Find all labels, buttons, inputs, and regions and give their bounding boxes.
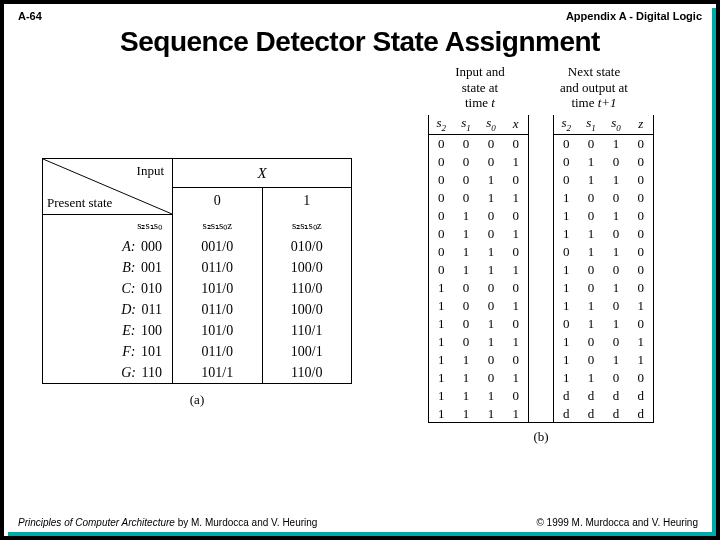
table-row: 10100110 xyxy=(429,315,654,333)
col-header: s0 xyxy=(479,115,504,135)
page-title: Sequence Detector State Assignment xyxy=(4,26,716,58)
table-row: 01100110 xyxy=(429,243,654,261)
page-number: A-64 xyxy=(18,10,42,22)
footer: Principles of Computer Architecture by M… xyxy=(18,517,698,528)
state-cell: D: 011 xyxy=(43,300,173,321)
col-header: z xyxy=(629,115,654,135)
table-row: 11001011 xyxy=(429,351,654,369)
caption-a: (a) xyxy=(42,392,352,408)
table-row: 00010100 xyxy=(429,153,654,171)
table-row: 01111000 xyxy=(429,261,654,279)
cell-c1: 110/1 xyxy=(262,321,352,342)
cell-c1: 100/1 xyxy=(262,342,352,363)
section-label: Appendix A - Digital Logic xyxy=(566,10,702,22)
col-header: s1 xyxy=(579,115,604,135)
cell-c0: 101/1 xyxy=(173,363,263,384)
slide-page: A-64 Appendix A - Digital Logic Sequence… xyxy=(0,0,720,540)
header-x: X xyxy=(173,159,352,188)
col-header: s1 xyxy=(454,115,479,135)
state-cell: F: 101 xyxy=(43,342,173,363)
table-row: B: 001011/0100/0 xyxy=(43,258,352,279)
col-header: s0 xyxy=(604,115,629,135)
table-b: Input and state at time t Next state and… xyxy=(428,64,654,445)
table-row: 10011101 xyxy=(429,297,654,315)
cell-c0: 011/0 xyxy=(173,342,263,363)
table-row: G: 110101/1110/0 xyxy=(43,363,352,384)
table-row: 10001010 xyxy=(429,279,654,297)
table-row: 01001010 xyxy=(429,207,654,225)
cell-c1: 110/0 xyxy=(262,363,352,384)
table-a: Input Present state X 0 1 s₂s₁s₀ s₂s₁s₀z… xyxy=(42,158,352,408)
state-cell: E: 100 xyxy=(43,321,173,342)
cell-c0: 101/0 xyxy=(173,321,263,342)
table-row: C: 010101/0110/0 xyxy=(43,279,352,300)
cell-c1: 110/0 xyxy=(262,279,352,300)
col-0: 0 xyxy=(173,188,263,215)
table-row: 1110dddd xyxy=(429,387,654,405)
cell-c0: 101/0 xyxy=(173,279,263,300)
cell-c0: 011/0 xyxy=(173,300,263,321)
header-input: Input xyxy=(137,163,164,179)
table-row: 01011100 xyxy=(429,225,654,243)
col-header: s2 xyxy=(554,115,579,135)
table-row: D: 011011/0100/0 xyxy=(43,300,352,321)
cell-c1: 100/0 xyxy=(262,258,352,279)
table-row: 11011100 xyxy=(429,369,654,387)
table-row: 00000010 xyxy=(429,135,654,153)
table-row: 00111000 xyxy=(429,189,654,207)
col-1: 1 xyxy=(262,188,352,215)
col-header: s2 xyxy=(429,115,454,135)
table-row: E: 100101/0110/1 xyxy=(43,321,352,342)
table-row: 00100110 xyxy=(429,171,654,189)
header: A-64 Appendix A - Digital Logic xyxy=(4,4,716,24)
table-row: F: 101011/0100/1 xyxy=(43,342,352,363)
cell-c1: 010/0 xyxy=(262,237,352,258)
table-row: A: 000001/0010/0 xyxy=(43,237,352,258)
state-cell: C: 010 xyxy=(43,279,173,300)
footer-copyright: © 1999 M. Murdocca and V. Heuring xyxy=(536,517,698,528)
state-cell: A: 000 xyxy=(43,237,173,258)
group1-header: Input and state at time t xyxy=(428,64,532,111)
state-cell: B: 001 xyxy=(43,258,173,279)
cell-c0: 011/0 xyxy=(173,258,263,279)
col-header: x xyxy=(504,115,529,135)
caption-b: (b) xyxy=(428,429,654,445)
header-present-state: Present state xyxy=(47,195,112,211)
content-area: Input Present state X 0 1 s₂s₁s₀ s₂s₁s₀z… xyxy=(4,58,716,478)
footer-left: Principles of Computer Architecture by M… xyxy=(18,517,317,528)
subhead-c1: s₂s₁s₀z xyxy=(262,215,352,237)
group2-header: Next state and output at time t+1 xyxy=(538,64,650,111)
cell-c0: 001/0 xyxy=(173,237,263,258)
state-cell: G: 110 xyxy=(43,363,173,384)
table-row: 10111001 xyxy=(429,333,654,351)
subhead-c0: s₂s₁s₀z xyxy=(173,215,263,237)
subhead-left: s₂s₁s₀ xyxy=(43,215,173,237)
table-row: 1111dddd xyxy=(429,405,654,423)
cell-c1: 100/0 xyxy=(262,300,352,321)
